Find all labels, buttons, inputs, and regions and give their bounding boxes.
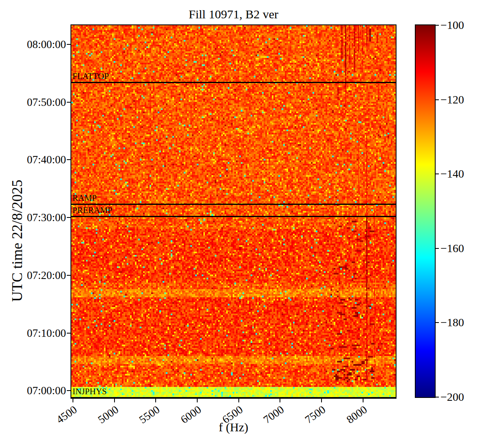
beam-mode-line-injphys (71, 397, 396, 398)
y-tick (67, 333, 70, 334)
colorbar-tick (436, 248, 439, 249)
x-tick (321, 399, 322, 402)
colorbar-tick-label: −180 (441, 316, 485, 329)
beam-mode-label-flattop: FLATTOP (73, 71, 109, 81)
beam-mode-line-preramp (71, 216, 396, 217)
colorbar-tick (436, 322, 439, 323)
x-tick (155, 399, 156, 402)
y-tick-label: 07:00:00 (9, 384, 66, 397)
colorbar-tick-label: −140 (441, 168, 485, 180)
beam-mode-label-ramp: RAMP (73, 193, 97, 203)
y-tick-label: 07:50:00 (9, 96, 66, 108)
colorbar-tick (436, 173, 439, 174)
x-axis-label: f (Hz) (71, 420, 396, 434)
beam-mode-line-ramp (71, 204, 396, 205)
colorbar-tick-label: −160 (441, 242, 485, 255)
spectrogram-figure: Fill 10971, B2 ver 450050005500600065007… (0, 0, 489, 448)
colorbar-tick-label: −120 (441, 94, 485, 106)
y-tick (67, 275, 70, 276)
y-tick (67, 102, 70, 103)
colorbar (415, 24, 436, 398)
x-tick (238, 399, 239, 402)
beam-mode-label-injphys: INJPHYS (73, 387, 107, 397)
y-tick (67, 390, 70, 391)
spectrogram-canvas (71, 25, 396, 398)
colorbar-tick-label: −100 (441, 19, 485, 31)
x-tick (197, 399, 198, 402)
colorbar-tick (436, 99, 439, 100)
x-tick (363, 399, 363, 402)
x-tick (114, 399, 115, 402)
y-tick (67, 44, 70, 45)
y-tick (67, 217, 70, 218)
y-tick-label: 08:00:00 (9, 38, 66, 51)
x-tick (73, 399, 73, 402)
colorbar-tick-label: −200 (441, 391, 485, 403)
colorbar-tick (436, 25, 439, 26)
x-tick (280, 399, 280, 402)
beam-mode-line-flattop (71, 82, 396, 83)
colorbar-tick (436, 397, 439, 397)
y-axis-label: UTC time 22/8/2025 (9, 139, 27, 343)
beam-mode-label-preramp: PRERAMP (73, 205, 112, 215)
chart-title: Fill 10971, B2 ver (71, 7, 396, 21)
y-tick (67, 159, 70, 160)
